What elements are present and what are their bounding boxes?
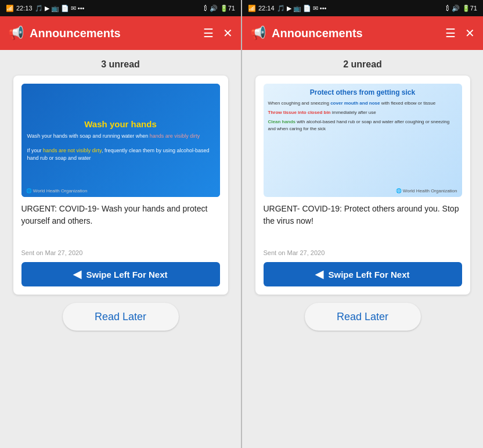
signal-icon: 📶 bbox=[6, 5, 14, 12]
who-logo-right: 🌐 World Health Organization bbox=[396, 188, 457, 193]
protect-section-3: Clean hands with alcohol-based hand rub … bbox=[268, 119, 457, 132]
announcement-card-right: Protect others from getting sick When co… bbox=[255, 76, 470, 295]
protect-section1-highlight: cover mouth and nose bbox=[330, 101, 380, 106]
header-title-right: Announcements bbox=[272, 27, 439, 40]
megaphone-icon-left: 📢 bbox=[8, 26, 24, 41]
card-image-left: Wash your hands Wash your hands with soa… bbox=[21, 84, 220, 197]
announcement-card-left: Wash your hands Wash your hands with soa… bbox=[13, 76, 228, 295]
status-left-right: 📶 22:14 🎵 ▶ 📺 📄 ✉ ••• bbox=[248, 5, 326, 12]
panel-right: 📶 22:14 🎵 ▶ 📺 📄 ✉ ••• ₿ 🔊 🔋71 📢 Announce… bbox=[242, 0, 483, 448]
time-left: 22:13 bbox=[16, 5, 33, 12]
notification-icons-right: 🎵 ▶ 📺 📄 ✉ ••• bbox=[277, 5, 327, 12]
protect-section3-text: with alcohol-based hand rub or soap and … bbox=[268, 119, 450, 131]
unread-count-right: 2 unread bbox=[343, 59, 382, 70]
protect-section1-text2: with flexed elbow or tissue bbox=[380, 101, 436, 106]
wash-highlight2: hands are not visibly dirty bbox=[43, 148, 102, 153]
signal-icon-right: 📶 bbox=[248, 5, 256, 12]
protect-title: Protect others from getting sick bbox=[310, 88, 415, 96]
header-actions-left: ☰ ✕ bbox=[203, 26, 233, 40]
protect-section3-highlight: Clean hands bbox=[268, 119, 296, 124]
megaphone-icon-right: 📢 bbox=[250, 26, 266, 41]
close-icon-left[interactable]: ✕ bbox=[223, 26, 233, 40]
protect-section-1: When coughing and sneezing cover mouth a… bbox=[268, 100, 457, 107]
wash-body-text2: If your bbox=[27, 148, 44, 153]
swipe-left-button-left[interactable]: ◀ Swipe Left For Next bbox=[21, 262, 220, 286]
who-wash-hands-image: Wash your hands Wash your hands with soa… bbox=[21, 84, 220, 197]
wash-highlight: hands are visibly dirty bbox=[150, 133, 200, 139]
wifi-icon: 🔊 bbox=[210, 5, 218, 12]
card-text-left: URGENT: COVID-19- Wash your hands and pr… bbox=[21, 203, 220, 232]
swipe-label-left: Swipe Left For Next bbox=[86, 270, 167, 279]
swipe-arrow-left: ◀ bbox=[73, 268, 81, 281]
card-date-right: Sent on Mar 27, 2020 bbox=[264, 249, 462, 256]
swipe-arrow-right: ◀ bbox=[315, 268, 323, 281]
protect-section2-text: immediately after use bbox=[331, 110, 376, 115]
wash-body-text1: Wash your hands with soap and running wa… bbox=[27, 133, 150, 139]
wash-hands-body: Wash your hands with soap and running wa… bbox=[27, 132, 214, 162]
unread-count-left: 3 unread bbox=[101, 59, 140, 70]
header-actions-right: ☰ ✕ bbox=[445, 26, 475, 40]
read-later-button-right[interactable]: Read Later bbox=[305, 303, 421, 331]
list-menu-icon-left[interactable]: ☰ bbox=[203, 26, 214, 40]
bluetooth-icon-right: ₿ bbox=[446, 5, 449, 12]
list-menu-icon-right[interactable]: ☰ bbox=[445, 26, 456, 40]
bluetooth-icon: ₿ bbox=[204, 5, 207, 12]
swipe-label-right: Swipe Left For Next bbox=[328, 270, 409, 279]
header-left: 📢 Announcements ☰ ✕ bbox=[0, 16, 241, 50]
protect-section2-highlight: Throw tissue into closed bin bbox=[268, 110, 331, 115]
time-right: 22:14 bbox=[258, 5, 275, 12]
wifi-icon-right: 🔊 bbox=[452, 5, 460, 12]
panel-left: 📶 22:13 🎵 ▶ 📺 📄 ✉ ••• ₿ 🔊 🔋71 📢 Announce… bbox=[0, 0, 241, 448]
battery-icon-right: 🔋71 bbox=[462, 5, 477, 12]
card-text-right: URGENT- COVID-19: Protect others around … bbox=[264, 203, 462, 232]
status-right-right: ₿ 🔊 🔋71 bbox=[446, 5, 477, 12]
card-image-right: Protect others from getting sick When co… bbox=[264, 84, 462, 197]
swipe-left-button-right[interactable]: ◀ Swipe Left For Next bbox=[264, 262, 462, 286]
who-logo-left: 🌐 World Health Organization bbox=[26, 188, 88, 193]
status-bar-left: 📶 22:13 🎵 ▶ 📺 📄 ✉ ••• ₿ 🔊 🔋71 bbox=[0, 0, 241, 16]
notification-icons: 🎵 ▶ 📺 📄 ✉ ••• bbox=[35, 5, 85, 12]
battery-icon: 🔋71 bbox=[220, 5, 235, 12]
status-bar-right: 📶 22:14 🎵 ▶ 📺 📄 ✉ ••• ₿ 🔊 🔋71 bbox=[242, 0, 483, 16]
header-title-left: Announcements bbox=[30, 27, 197, 40]
status-right: ₿ 🔊 🔋71 bbox=[204, 5, 235, 12]
close-icon-right[interactable]: ✕ bbox=[465, 26, 475, 40]
protect-section1-text: When coughing and sneezing bbox=[268, 101, 331, 106]
status-left: 📶 22:13 🎵 ▶ 📺 📄 ✉ ••• bbox=[6, 5, 84, 12]
card-date-left: Sent on Mar 27, 2020 bbox=[21, 249, 220, 256]
who-protect-others-image: Protect others from getting sick When co… bbox=[264, 84, 462, 197]
header-right: 📢 Announcements ☰ ✕ bbox=[242, 16, 483, 50]
wash-hands-title: Wash your hands bbox=[84, 119, 156, 129]
protect-section-2: Throw tissue into closed bin immediately… bbox=[268, 109, 457, 116]
read-later-button-left[interactable]: Read Later bbox=[63, 303, 179, 331]
